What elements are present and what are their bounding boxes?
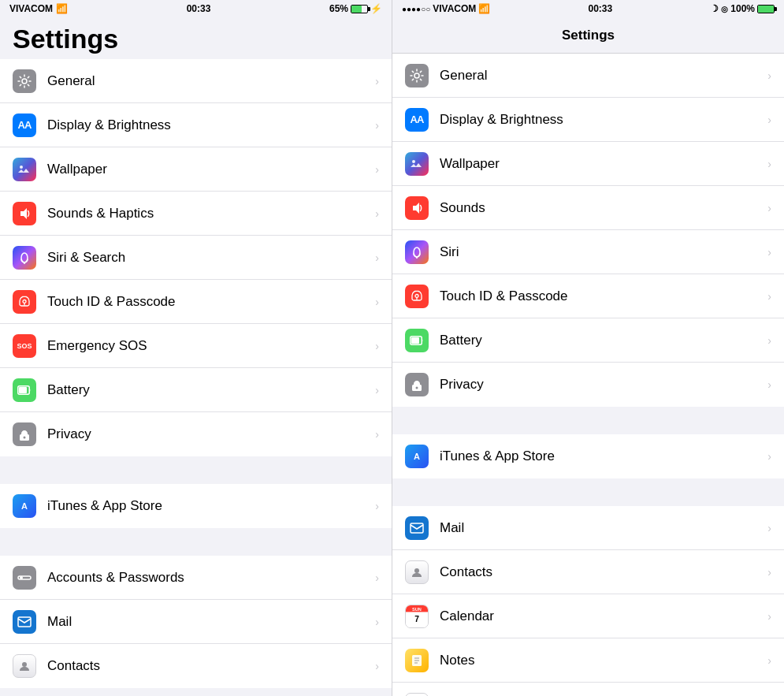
display-label: Display & Brightness xyxy=(47,117,370,133)
left-section-accounts: Accounts & Passwords › Mail › Contacts › xyxy=(0,556,392,688)
right-calendar-label: Calendar xyxy=(440,609,763,624)
battery-icon xyxy=(351,5,368,13)
left-row-siri[interactable]: Siri & Search › xyxy=(0,236,392,280)
touchid-icon xyxy=(13,290,36,314)
right-battery-chevron: › xyxy=(767,334,771,347)
right-contacts-icon xyxy=(405,560,429,584)
right-calendar-chevron: › xyxy=(767,610,771,623)
left-row-sos[interactable]: SOS Emergency SOS › xyxy=(0,324,392,368)
right-itunes-chevron: › xyxy=(767,450,771,463)
general-label: General xyxy=(47,73,370,89)
right-battery-label: Battery xyxy=(440,333,763,348)
left-row-mail[interactable]: Mail › xyxy=(0,600,392,644)
svg-rect-28 xyxy=(411,523,423,533)
svg-point-29 xyxy=(414,568,419,573)
siri-chevron: › xyxy=(375,251,379,264)
left-section-store: A iTunes & App Store › xyxy=(0,484,392,528)
battery-percent: 65% xyxy=(329,3,348,14)
left-row-wallpaper[interactable]: Wallpaper › xyxy=(0,147,392,192)
mail-label: Mail xyxy=(47,614,370,630)
wallpaper-icon xyxy=(13,158,36,181)
right-calendar-icon: SUN7 xyxy=(405,605,429,628)
right-row-sounds[interactable]: Sounds › xyxy=(392,186,784,230)
left-row-display[interactable]: AA Display & Brightness › xyxy=(0,103,392,147)
right-notes-label: Notes xyxy=(440,653,763,668)
right-row-mail[interactable]: Mail › xyxy=(392,506,784,550)
right-row-itunes[interactable]: A iTunes & App Store › xyxy=(392,434,784,478)
right-mail-chevron: › xyxy=(767,522,771,534)
right-battery-icon xyxy=(757,5,775,13)
right-signal-carrier: ●●●●○○ VIVACOM 📶 xyxy=(402,3,490,14)
right-row-touchid[interactable]: Touch ID & Passcode › xyxy=(392,274,784,318)
wifi-icon: 📶 xyxy=(56,3,68,14)
svg-point-0 xyxy=(22,79,27,84)
itunes-icon: A xyxy=(13,494,36,518)
left-status-bar: VIVACOM 📶 00:33 65% ⚡ xyxy=(0,0,392,17)
left-row-accounts[interactable]: Accounts & Passwords › xyxy=(0,556,392,600)
right-settings-list[interactable]: General › AA Display & Brightness › Wall… xyxy=(392,54,784,696)
right-gap-2 xyxy=(392,478,784,506)
right-wifi-icon: 📶 xyxy=(478,3,490,14)
svg-point-1 xyxy=(20,166,23,169)
left-row-sounds[interactable]: Sounds & Haptics › xyxy=(0,192,392,236)
right-section-main: General › AA Display & Brightness › Wall… xyxy=(392,54,784,407)
left-row-general[interactable]: General › xyxy=(0,59,392,103)
accounts-label: Accounts & Passwords xyxy=(47,570,370,586)
right-row-wallpaper[interactable]: Wallpaper › xyxy=(392,142,784,186)
siri-icon xyxy=(13,246,36,270)
left-row-touchid[interactable]: Touch ID & Passcode › xyxy=(0,280,392,324)
right-row-reminders[interactable]: Reminders › xyxy=(392,683,784,696)
svg-point-26 xyxy=(416,387,418,389)
touchid-label: Touch ID & Passcode xyxy=(47,294,370,310)
battery-setting-icon xyxy=(13,378,36,402)
accounts-icon xyxy=(13,566,36,590)
mail-icon xyxy=(13,610,36,634)
touchid-chevron: › xyxy=(375,296,379,308)
sounds-label: Sounds & Haptics xyxy=(47,206,370,221)
svg-text:A: A xyxy=(21,501,28,511)
right-notes-icon xyxy=(405,649,429,672)
right-display-icon: AA xyxy=(405,108,429,132)
right-itunes-label: iTunes & App Store xyxy=(440,448,763,464)
svg-point-10 xyxy=(24,437,26,439)
right-time: 00:33 xyxy=(588,3,612,14)
right-wallpaper-label: Wallpaper xyxy=(440,156,763,172)
right-touchid-label: Touch ID & Passcode xyxy=(440,288,763,304)
battery-chevron: › xyxy=(375,384,379,396)
right-row-privacy[interactable]: Privacy › xyxy=(392,363,784,407)
right-phone-panel: ●●●●○○ VIVACOM 📶 00:33 ☽ ◎ 100% Settings… xyxy=(392,0,784,696)
wallpaper-label: Wallpaper xyxy=(47,162,370,177)
right-settings-header: Settings xyxy=(392,17,784,54)
right-row-battery[interactable]: Battery › xyxy=(392,318,784,363)
display-chevron: › xyxy=(375,119,379,132)
left-settings-list[interactable]: General › AA Display & Brightness › Wall… xyxy=(0,59,392,696)
right-row-display[interactable]: AA Display & Brightness › xyxy=(392,98,784,142)
left-row-itunes[interactable]: A iTunes & App Store › xyxy=(0,484,392,528)
left-row-privacy[interactable]: Privacy › xyxy=(0,412,392,456)
itunes-chevron: › xyxy=(375,500,379,512)
privacy-chevron: › xyxy=(375,428,379,441)
left-battery-info: 65% ⚡ xyxy=(329,3,382,14)
privacy-icon xyxy=(13,422,36,446)
left-row-battery[interactable]: Battery › xyxy=(0,368,392,412)
right-row-calendar[interactable]: SUN7 Calendar › xyxy=(392,594,784,638)
right-battery-percent: 100% xyxy=(730,3,755,14)
charging-icon: ⚡ xyxy=(370,3,382,14)
right-row-general[interactable]: General › xyxy=(392,54,784,98)
right-touchid-icon xyxy=(405,285,429,308)
right-row-siri[interactable]: Siri › xyxy=(392,230,784,274)
right-sounds-chevron: › xyxy=(767,202,771,214)
mail-chevron: › xyxy=(375,616,379,628)
right-privacy-chevron: › xyxy=(767,378,771,391)
svg-rect-24 xyxy=(411,337,419,344)
right-mail-icon xyxy=(405,516,429,540)
left-row-contacts[interactable]: Contacts › xyxy=(0,644,392,688)
right-row-notes[interactable]: Notes › xyxy=(392,638,784,683)
right-section-apps: Mail › Contacts › SUN7 Calendar › xyxy=(392,506,784,696)
carrier-text: VIVACOM xyxy=(9,3,53,14)
sos-chevron: › xyxy=(375,340,379,352)
sounds-chevron: › xyxy=(375,207,379,220)
right-wallpaper-chevron: › xyxy=(767,158,771,170)
right-carrier: VIVACOM xyxy=(433,3,476,14)
right-row-contacts[interactable]: Contacts › xyxy=(392,550,784,594)
